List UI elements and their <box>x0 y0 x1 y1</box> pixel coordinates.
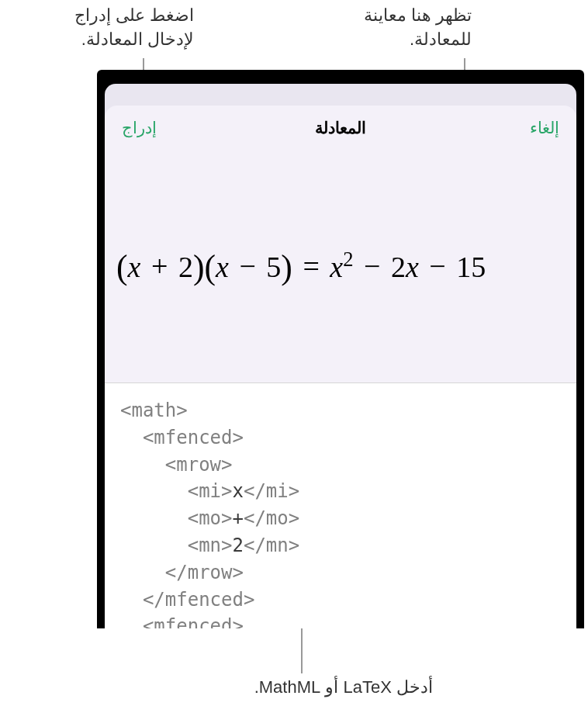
dialog-header: إلغاء المعادلة إدراج <box>105 106 576 151</box>
equation-preview: (x + 2)(x − 5) = x2 − 2x − 15 <box>116 247 486 286</box>
device-frame: إلغاء المعادلة إدراج (x + 2)(x − 5) = x2… <box>97 70 584 628</box>
callout-preview: تظهر هنا معاينة للمعادلة. <box>301 4 472 52</box>
dialog-title: المعادلة <box>105 119 576 137</box>
equation-preview-area: (x + 2)(x − 5) = x2 − 2x − 15 <box>105 151 576 383</box>
equation-dialog: إلغاء المعادلة إدراج (x + 2)(x − 5) = x2… <box>105 106 576 628</box>
callout-input: أدخل LaTeX أو MathML. <box>185 676 433 700</box>
card-stack-background: إلغاء المعادلة إدراج (x + 2)(x − 5) = x2… <box>105 84 576 628</box>
equation-code-input[interactable]: <math> <mfenced> <mrow> <mi>x</mi> <mo>+… <box>105 383 576 628</box>
cancel-button[interactable]: إلغاء <box>530 119 559 137</box>
callout-insert: اضغط على إدراج لإدخال المعادلة. <box>54 4 194 52</box>
insert-button[interactable]: إدراج <box>122 119 157 137</box>
